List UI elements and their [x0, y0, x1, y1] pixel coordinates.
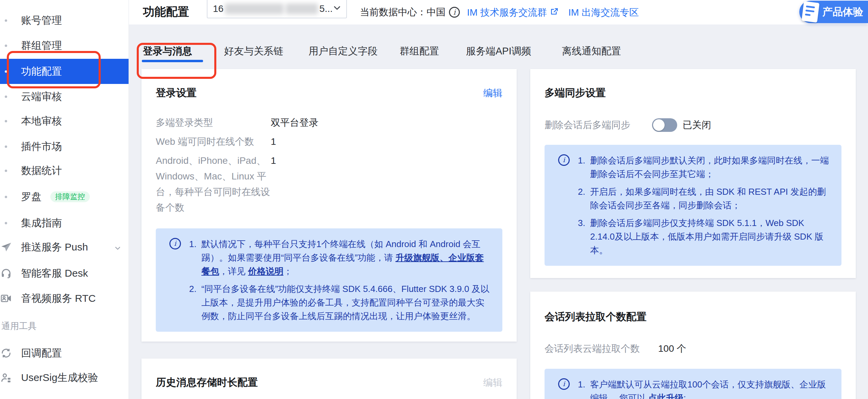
app-window: 账号管理群组管理功能配置云端审核本地审核插件市场数据统计罗盘排障监控集成指南推送…	[0, 0, 868, 399]
sidebar-item-label: 群组管理	[21, 39, 62, 53]
field-row: Android、iPhone、iPad、Windows、Mac、Linux 平台…	[156, 153, 502, 215]
headset-icon	[1, 268, 12, 279]
sidebar-item-label: 推送服务 Push	[21, 240, 88, 254]
edit-history-button-disabled[interactable]: 编辑	[483, 376, 502, 389]
external-link-icon	[550, 7, 559, 18]
sidebar-item-label: 数据统计	[21, 164, 62, 178]
link-im-overseas-zone[interactable]: IM 出海交流专区	[568, 6, 639, 19]
notice-text-segment: ;	[683, 393, 686, 399]
tab-item[interactable]: 服务端API调频	[466, 45, 531, 58]
card-multi-device-sync: 多端同步设置 删除会话后多端同步 已关闭 i1.删除会话后多端同步默认关闭，此时…	[530, 69, 856, 278]
active-tab-underline	[142, 60, 203, 62]
sidebar-item-label: 音视频服务 RTC	[21, 292, 96, 306]
notice-item: 3.删除会话后多端同步仅支持终端 SDK 5.1.1，Web SDK 2.14.…	[578, 216, 830, 257]
edit-login-button[interactable]: 编辑	[483, 87, 502, 100]
sidebar-item[interactable]: 插件市场	[0, 134, 129, 159]
sidebar-item[interactable]: 回调配置	[0, 341, 129, 366]
field-row: 多端登录类型双平台登录	[156, 115, 502, 131]
sidebar-item[interactable]: 罗盘排障监控	[0, 184, 129, 209]
sidebar-item-label: 通用工具	[1, 320, 37, 332]
document-icon	[802, 1, 820, 22]
info-icon: i	[558, 154, 570, 166]
card-title: 登录设置	[156, 86, 197, 100]
sidebar-item[interactable]: 推送服务 Push	[0, 235, 129, 260]
sidebar-item-label: 功能配置	[21, 65, 62, 79]
notice-item-number: 2.	[578, 185, 590, 212]
bullet-icon	[5, 96, 7, 98]
inline-link[interactable]: 价格说明	[248, 266, 283, 276]
tab-item-active[interactable]: 登录与消息	[143, 45, 192, 58]
product-experience-widget[interactable]: 产品体验	[799, 1, 868, 23]
tab-item[interactable]: 群组配置	[400, 45, 439, 58]
card-title: 会话列表拉取个数配置	[545, 310, 647, 324]
sidebar-item-label: 回调配置	[21, 346, 62, 360]
app-select-dropdown[interactable]: 16 5...	[207, 0, 347, 18]
notice-text-segment: ；	[283, 266, 292, 276]
bullet-icon	[5, 45, 7, 47]
notice-item-text: 删除会话后多端同步默认关闭，此时如果多端同时在线，一端删除会话后不会同步至其它端…	[590, 154, 830, 181]
notice-item: 1.默认情况下，每种平台只支持1个终端在线（如 Android 和 Androi…	[189, 237, 491, 278]
toggle-knob	[653, 119, 665, 131]
inline-link[interactable]: 点此升级	[648, 393, 683, 399]
callback-icon	[1, 348, 12, 359]
sidebar-item[interactable]: UserSig生成校验	[0, 365, 129, 390]
sidebar-item-label: UserSig生成校验	[21, 371, 98, 385]
product-experience-label: 产品体验	[822, 5, 863, 19]
notice-text-segment: “同平台多设备在线”功能仅支持终端 SDK 5.4.666、Flutter SD…	[201, 284, 489, 321]
login-notice-box: i1.默认情况下，每种平台只支持1个终端在线（如 Android 和 Andro…	[156, 228, 502, 332]
notice-item-number: 1.	[578, 154, 590, 181]
redacted-app-id	[286, 3, 318, 14]
sidebar-item-label: 插件市场	[21, 140, 62, 154]
field-row: Web 端可同时在线个数1	[156, 134, 502, 150]
sidebar-item[interactable]: 智能客服 Desk	[0, 261, 129, 286]
sidebar-item-label: 账号管理	[21, 14, 62, 28]
notice-item-number: 1.	[189, 237, 201, 278]
sidebar-section-label: 通用工具	[0, 313, 129, 339]
sidebar: 账号管理群组管理功能配置云端审核本地审核插件市场数据统计罗盘排障监控集成指南推送…	[0, 0, 129, 399]
chevron-down-icon	[114, 243, 122, 251]
tab-item[interactable]: 离线通知配置	[562, 45, 621, 58]
link-im-tech-service-group[interactable]: IM 技术服务交流群	[467, 6, 559, 19]
field-value: 1	[271, 134, 276, 150]
field-label: 会话列表云端拉取个数	[545, 341, 658, 357]
page-title: 功能配置	[143, 4, 189, 20]
usersig-icon	[1, 372, 12, 383]
notice-item: 2.开启后，如果多端同时在线，由 SDK 和 REST API 发起的删除会话会…	[578, 185, 830, 212]
notice-text-segment: 删除会话后多端同步仅支持终端 SDK 5.1.1，Web SDK 2.14.0及…	[590, 218, 823, 255]
bullet-icon	[5, 19, 7, 22]
sidebar-item[interactable]: 账号管理	[0, 8, 129, 33]
sidebar-item[interactable]: 集成指南	[0, 210, 129, 236]
notice-item-number: 3.	[578, 216, 590, 257]
sync-toggle-off[interactable]	[652, 118, 677, 132]
notice-item: 1.客户端默认可从云端拉取100个会话，仅支持旗舰版、企业版编辑 ，您可以 点此…	[578, 378, 830, 399]
notice-item-number: 1.	[578, 378, 590, 399]
notice-item: 2.“同平台多设备在线”功能仅支持终端 SDK 5.4.666、Flutter …	[189, 282, 491, 323]
tab-item[interactable]: 好友与关系链	[224, 45, 283, 58]
notice-list: 1.删除会话后多端同步默认关闭，此时如果多端同时在线，一端删除会话后不会同步至其…	[578, 154, 830, 257]
notice-list: 1.客户端默认可从云端拉取100个会话，仅支持旗舰版、企业版编辑 ，您可以 点此…	[578, 378, 830, 399]
info-icon[interactable]: i	[449, 7, 460, 18]
bullet-icon	[5, 196, 7, 198]
bullet-icon	[5, 70, 7, 73]
bullet-icon	[5, 120, 7, 122]
sidebar-item[interactable]: 群组管理	[0, 33, 129, 58]
field-value: 双平台登录	[271, 115, 318, 131]
conversation-notice-box: i1.客户端默认可从云端拉取100个会话，仅支持旗舰版、企业版编辑 ，您可以 点…	[545, 369, 841, 399]
sidebar-item-active[interactable]: 功能配置	[0, 59, 129, 84]
sidebar-item[interactable]: 云端审核	[0, 84, 129, 109]
card-title: 历史消息存储时长配置	[156, 376, 258, 389]
sidebar-item[interactable]: 音视频服务 RTC	[0, 286, 129, 311]
field-label: Android、iPhone、iPad、Windows、Mac、Linux 平台…	[156, 153, 271, 215]
sidebar-item[interactable]: 本地审核	[0, 108, 129, 134]
notice-item-text: 默认情况下，每种平台只支持1个终端在线（如 Android 和 Android …	[201, 237, 491, 278]
sidebar-item-label: 集成指南	[21, 216, 62, 230]
sync-notice-box: i1.删除会话后多端同步默认关闭，此时如果多端同时在线，一端删除会话后不会同步至…	[545, 145, 841, 266]
notice-item-number: 2.	[189, 282, 201, 323]
tab-item[interactable]: 用户自定义字段	[308, 45, 378, 58]
card-login-settings: 登录设置 编辑 多端登录类型双平台登录Web 端可同时在线个数1Android、…	[141, 69, 517, 342]
notice-item-text: 开启后，如果多端同时在线，由 SDK 和 REST API 发起的删除会话会同步…	[590, 185, 830, 212]
card-conversation-pull-config: 会话列表拉取个数配置 会话列表云端拉取个数 100 个 i1.客户端默认可从云端…	[530, 292, 856, 399]
field-label: Web 端可同时在线个数	[156, 134, 271, 150]
sidebar-item[interactable]: 数据统计	[0, 158, 129, 183]
app-id-prefix: 16	[213, 3, 223, 14]
